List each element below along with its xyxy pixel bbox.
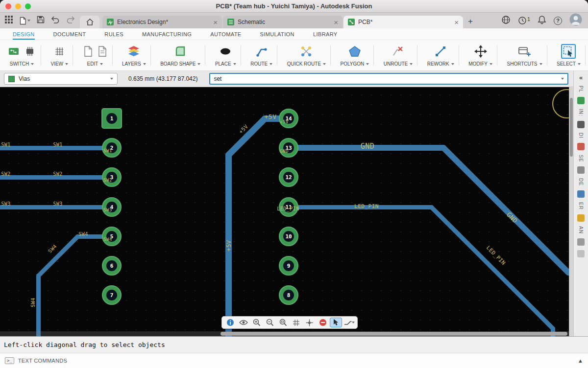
redo-button[interactable] (66, 16, 75, 25)
ribbon-group-board-shape[interactable]: BOARD SHAPE (156, 40, 205, 70)
ribbon-group-route[interactable]: ROUTE (246, 40, 277, 70)
panel-erc-icon[interactable] (577, 214, 585, 222)
pad-hole: 1 (106, 113, 117, 124)
select-tool-button[interactable] (330, 318, 342, 327)
panel-label-DI[interactable]: DI (578, 133, 584, 138)
copper-trace-SW4[interactable] (35, 233, 81, 279)
panel-inspect-icon[interactable] (577, 121, 585, 128)
panel-label-ER[interactable]: ER (578, 202, 584, 210)
pad-5[interactable]: 5 (102, 227, 122, 246)
ribbon-group-shortcuts[interactable]: SHORTCUTS (502, 40, 546, 70)
bend-style-button[interactable] (343, 318, 355, 327)
zoom-in-button[interactable] (250, 318, 263, 327)
minimize-window-button[interactable] (15, 3, 21, 9)
text-commands-bar[interactable]: >_ TEXT COMMANDS ▲ (0, 353, 588, 368)
stop-command-button[interactable] (317, 318, 329, 327)
panel-label-AN[interactable]: AN (578, 226, 584, 234)
pcb-canvas[interactable]: 1234567141312111098SW1SW1SW1SW2SW2SW2SW3… (0, 87, 573, 336)
info-button[interactable] (224, 318, 236, 327)
panel-label-SE[interactable]: SE (578, 155, 584, 162)
ribbon-group-rework[interactable]: REWORK (423, 40, 459, 70)
menu-manufacturing[interactable]: MANUFACTURING (142, 28, 192, 40)
save-button[interactable] (37, 16, 45, 25)
pad-10[interactable]: 10 (279, 227, 298, 246)
menu-library[interactable]: LIBRARY (313, 28, 338, 40)
chevron-down-icon (110, 78, 113, 80)
ribbon-group-modify[interactable]: MODIFY (464, 40, 497, 70)
horizontal-scrollbar[interactable] (0, 331, 569, 336)
panel-extra-icon[interactable] (577, 250, 585, 257)
menu-automate[interactable]: AUTOMATE (210, 28, 241, 40)
ribbon-group-switch[interactable]: SWITCH (3, 40, 41, 70)
help-button[interactable]: ? (554, 17, 562, 25)
menu-document[interactable]: DOCUMENT (53, 28, 86, 40)
pad-9[interactable]: 9 (279, 256, 298, 276)
collapse-panel-icon[interactable]: « (579, 74, 583, 81)
file-menu-button[interactable] (19, 17, 30, 25)
tab-pcb[interactable]: PCB* × (343, 16, 463, 28)
extensions-globe-button[interactable] (501, 15, 511, 26)
ribbon-group-unroute[interactable]: UNROUTE (379, 40, 417, 70)
tab-schematic[interactable]: Schematic × (223, 16, 343, 28)
layer-dropdown[interactable]: Vias (4, 73, 118, 85)
close-tab-icon[interactable]: × (213, 19, 218, 26)
grid-settings-button[interactable] (290, 318, 302, 327)
pad-12[interactable]: 12 (279, 167, 298, 187)
undo-button[interactable] (51, 16, 60, 25)
pad-1[interactable]: 1 (101, 108, 122, 129)
panel-place-icon[interactable] (577, 97, 585, 104)
notifications-button[interactable] (538, 15, 546, 26)
panel-label-IN[interactable]: IN: (578, 109, 584, 116)
close-tab-icon[interactable]: × (454, 19, 459, 26)
menu-design[interactable]: DESIGN (13, 28, 35, 40)
ribbon-group-edit[interactable]: EDIT (78, 40, 112, 70)
user-avatar[interactable] (569, 13, 582, 28)
panel-select-icon[interactable] (577, 166, 585, 174)
chevron-down-icon[interactable] (561, 78, 564, 80)
horizontal-scrollbar-thumb[interactable] (220, 332, 567, 336)
ribbon-group-place[interactable]: PLACE (211, 40, 241, 70)
ribbon-group-layers[interactable]: LAYERS (118, 40, 150, 70)
coordinate-readout: 0.635 mm (43.177 87.042) (128, 75, 197, 82)
vertical-scrollbar-thumb[interactable] (570, 98, 573, 157)
ribbon-group-select[interactable]: SELECT (552, 40, 585, 70)
pad-hole: 8 (283, 290, 294, 300)
origin-crosshair-button[interactable] (303, 318, 316, 327)
zoom-out-button[interactable] (264, 318, 276, 327)
zoom-window-button[interactable] (25, 3, 31, 9)
app-grid-icon[interactable] (5, 16, 13, 25)
panel-display-icon[interactable] (577, 143, 585, 150)
pad-6[interactable]: 6 (102, 256, 122, 276)
ribbon-group-quick-route[interactable]: QUICK ROUTE (283, 40, 330, 70)
pad-4[interactable]: 4 (102, 197, 122, 217)
panel-design-icon[interactable] (577, 190, 585, 198)
pad-number: 12 (285, 174, 292, 181)
close-window-button[interactable] (5, 3, 11, 9)
pad-3[interactable]: 3 (102, 167, 122, 187)
ribbon-group-view[interactable]: VIEW (46, 40, 73, 70)
panel-analyze-icon[interactable] (577, 238, 585, 246)
visibility-button[interactable] (237, 318, 249, 327)
command-input[interactable] (214, 75, 558, 82)
panel-label-DE[interactable]: DE (578, 178, 584, 186)
copper-trace-SW4[interactable] (36, 274, 41, 337)
pad-13[interactable]: 13 (279, 138, 298, 158)
pad-7[interactable]: 7 (102, 285, 122, 305)
home-tab-button[interactable] (80, 16, 99, 28)
menu-rules[interactable]: RULES (104, 28, 123, 40)
ribbon-group-polygon[interactable]: POLYGON (336, 40, 374, 70)
copper-trace-GND[interactable] (440, 144, 573, 277)
vertical-scrollbar[interactable] (569, 87, 573, 336)
expand-panel-icon[interactable]: ▲ (578, 358, 583, 364)
menu-simulation[interactable]: SIMULATION (260, 28, 294, 40)
pad-2[interactable]: 2 (102, 138, 122, 158)
pad-14[interactable]: 14 (279, 109, 298, 128)
pad-8[interactable]: 8 (279, 285, 298, 305)
job-status-button[interactable]: 1 (518, 16, 530, 25)
tab-electronics-design[interactable]: Electronics Design* × (102, 16, 222, 28)
copper-trace-LED_PIN[interactable] (428, 204, 556, 332)
zoom-window-button[interactable] (277, 318, 289, 327)
panel-label-PL[interactable]: PL (578, 86, 584, 92)
close-tab-icon[interactable]: × (334, 19, 338, 26)
new-tab-button[interactable]: + (468, 17, 473, 26)
